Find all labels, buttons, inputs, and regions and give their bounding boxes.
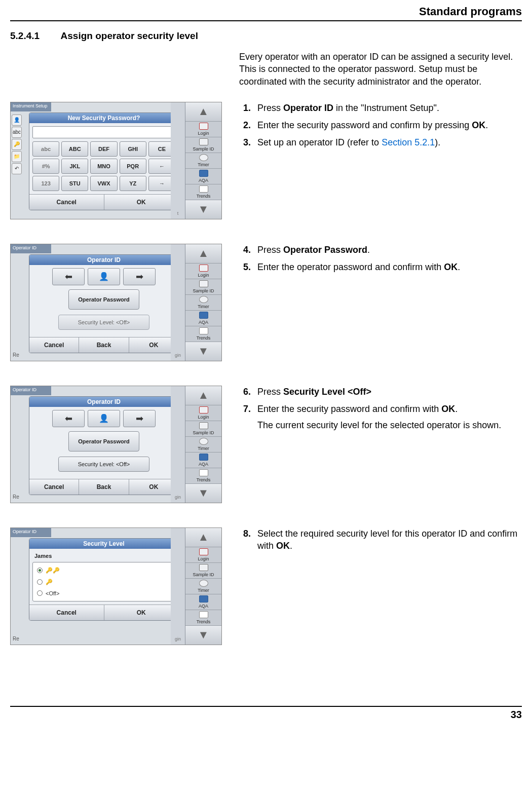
security-level-option-low[interactable]: 🔑 (36, 576, 172, 588)
scroll-down-icon[interactable]: ▼ (185, 342, 221, 361)
operator-password-button[interactable]: Operator Password (68, 289, 139, 310)
page-number: 33 (10, 709, 522, 721)
fig2-sidebar: ▲ Login Sample ID Timer AQA Trends ▼ (185, 244, 221, 361)
login-icon (199, 548, 208, 555)
fig4-ok-button[interactable]: OK (104, 605, 179, 620)
sidebar-label: Trends (197, 619, 211, 624)
password-input[interactable] (32, 126, 175, 138)
security-level-button[interactable]: Security Level: <Off> (58, 457, 149, 472)
prev-operator-button[interactable]: ⬅ (52, 410, 85, 427)
sample-icon (199, 138, 208, 145)
key-icon[interactable]: 🔑 (12, 139, 22, 150)
sidebar-item-sample[interactable]: Sample ID (185, 279, 221, 295)
sidebar-item-aqa[interactable]: AQA (185, 169, 221, 184)
figure-1: Instrument Setup 👤 abc 🔑 📁 ↶ New Securit… (10, 102, 222, 219)
fig4-dialog-title: Security Level (29, 539, 178, 549)
fig1-cancel-button[interactable]: Cancel (29, 194, 104, 210)
step-block-1: Instrument Setup 👤 abc 🔑 📁 ↶ New Securit… (10, 102, 522, 219)
scroll-down-icon[interactable]: ▼ (185, 483, 221, 503)
fig2-cancel-button[interactable]: Cancel (29, 337, 79, 353)
sidebar-item-aqa[interactable]: AQA (185, 594, 221, 610)
abc-toggle-icon[interactable]: abc (12, 127, 22, 138)
sidebar-item-trends[interactable]: Trends (185, 184, 221, 200)
trends-icon (199, 185, 208, 193)
key-MNO[interactable]: MNO (90, 159, 117, 174)
fig1-bg-label: t (171, 102, 185, 219)
security-level-option-high[interactable]: 🔑🔑 (36, 564, 172, 576)
double-key-icon: 🔑🔑 (46, 567, 60, 574)
fig3-back-button[interactable]: Back (79, 479, 128, 495)
step-7-extra: The current security level for the selec… (257, 419, 522, 431)
current-operator-icon[interactable]: 👤 (88, 268, 120, 285)
trends-icon (199, 611, 208, 618)
key-abc[interactable]: abc (32, 141, 59, 157)
sidebar-label: Timer (198, 162, 209, 167)
sidebar-label: Sample ID (193, 288, 214, 293)
security-level-option-off[interactable]: <Off> (36, 588, 172, 599)
fig4-topbar: Operator ID (11, 528, 51, 537)
fig4-dialog: Security Level James 🔑🔑 🔑 (29, 538, 179, 621)
key-VWX[interactable]: VWX (90, 176, 117, 191)
scroll-up-icon[interactable]: ▲ (185, 386, 221, 405)
key-PQR[interactable]: PQR (120, 159, 146, 174)
sidebar-item-timer[interactable]: Timer (185, 295, 221, 311)
sidebar-item-login[interactable]: Login (185, 405, 221, 421)
scroll-up-icon[interactable]: ▲ (185, 244, 221, 263)
sidebar-item-aqa[interactable]: AQA (185, 311, 221, 326)
step-block-4: Operator ID Re Security Level James 🔑🔑 (10, 528, 522, 645)
fig1-ok-button[interactable]: OK (104, 194, 179, 210)
fig2-bg-label: gin (171, 244, 185, 361)
fig3-left-label: Re (13, 494, 19, 500)
sidebar-item-aqa[interactable]: AQA (185, 453, 221, 468)
login-icon (199, 123, 208, 130)
key-sym[interactable]: #% (32, 159, 59, 174)
step-4: Press Operator Password. (253, 244, 522, 256)
folder-icon[interactable]: 📁 (12, 151, 22, 162)
scroll-up-icon[interactable]: ▲ (185, 528, 221, 547)
key-GHI[interactable]: GHI (120, 141, 146, 157)
current-operator-icon[interactable]: 👤 (88, 410, 120, 427)
timer-icon (199, 580, 208, 587)
operator-password-button[interactable]: Operator Password (68, 431, 139, 451)
undo-icon[interactable]: ↶ (12, 163, 22, 174)
section-link-5-2-1[interactable]: Section 5.2.1 (382, 137, 435, 147)
key-STU[interactable]: STU (61, 176, 88, 191)
scroll-up-icon[interactable]: ▲ (185, 102, 221, 122)
key-123[interactable]: 123 (32, 176, 59, 191)
scroll-down-icon[interactable]: ▼ (185, 200, 221, 219)
prev-operator-button[interactable]: ⬅ (52, 268, 85, 285)
radio-icon (37, 568, 43, 573)
sidebar-item-trends[interactable]: Trends (185, 326, 221, 342)
sidebar-item-sample[interactable]: Sample ID (185, 137, 221, 153)
sidebar-item-timer[interactable]: Timer (185, 153, 221, 169)
fig2-back-button[interactable]: Back (79, 337, 128, 353)
figure-4: Operator ID Re Security Level James 🔑🔑 (10, 528, 222, 645)
key-YZ[interactable]: YZ (120, 176, 146, 191)
sidebar-item-login[interactable]: Login (185, 122, 221, 137)
sidebar-label: Sample ID (193, 146, 214, 152)
step-1: Press Operator ID in the "Instrument Set… (253, 102, 522, 114)
next-operator-button[interactable]: ➡ (123, 410, 156, 427)
sidebar-item-trends[interactable]: Trends (185, 610, 221, 625)
security-level-button-disabled: Security Level: <Off> (58, 315, 149, 330)
sidebar-label: AQA (199, 178, 208, 183)
fig3-cancel-button[interactable]: Cancel (29, 479, 79, 495)
person-icon[interactable]: 👤 (12, 115, 22, 126)
fig4-cancel-button[interactable]: Cancel (29, 605, 104, 620)
next-operator-button[interactable]: ➡ (123, 268, 156, 285)
scroll-down-icon[interactable]: ▼ (185, 625, 221, 645)
section-heading: 5.2.4.1 Assign operator security level (10, 30, 522, 42)
key-JKL[interactable]: JKL (61, 159, 88, 174)
sidebar-item-sample[interactable]: Sample ID (185, 421, 221, 437)
bottom-rule (10, 706, 522, 707)
sidebar-item-login[interactable]: Login (185, 263, 221, 279)
key-DEF[interactable]: DEF (90, 141, 117, 157)
fig1-topbar: Instrument Setup (11, 102, 51, 111)
sidebar-item-trends[interactable]: Trends (185, 468, 221, 483)
key-ABC[interactable]: ABC (61, 141, 88, 157)
operator-name-label: James (32, 552, 175, 562)
sidebar-item-login[interactable]: Login (185, 547, 221, 563)
sidebar-item-sample[interactable]: Sample ID (185, 563, 221, 579)
sidebar-item-timer[interactable]: Timer (185, 579, 221, 594)
sidebar-item-timer[interactable]: Timer (185, 437, 221, 453)
